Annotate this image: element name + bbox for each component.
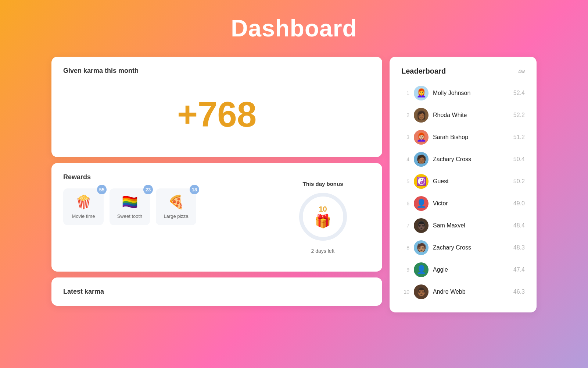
lb-avatar: 👩🏾 <box>414 108 429 123</box>
lb-rank: 8 <box>401 245 409 251</box>
karma-value: +768 <box>63 82 370 147</box>
reward-emoji: 🍿 <box>71 194 96 210</box>
leaderboard-row[interactable]: 2 👩🏾 Rhoda White 52.2 <box>401 105 525 125</box>
lb-rank: 2 <box>401 112 409 118</box>
rewards-items: 55 🍿 Movie time 23 🏳️‍🌈 Sweet tooth 18 🍕… <box>63 188 275 225</box>
reward-badge: 23 <box>143 185 153 194</box>
lb-avatar: 👨🏿 <box>414 218 429 233</box>
lb-score: 48.3 <box>513 244 525 251</box>
leaderboard-row[interactable]: 1 👩‍🦰 Molly Johnson 52.4 <box>401 83 525 103</box>
reward-item[interactable]: 23 🏳️‍🌈 Sweet tooth <box>110 188 150 225</box>
page-title: Dashboard <box>231 15 357 42</box>
left-panel: Given karma this month +768 Rewards 55 🍿… <box>51 57 382 312</box>
leaderboard-row[interactable]: 7 👨🏿 Sam Maxvel 48.4 <box>401 215 525 236</box>
lb-rank: 6 <box>401 201 409 206</box>
karma-card: Given karma this month +768 <box>51 57 382 157</box>
lb-avatar: ☯️ <box>414 174 429 189</box>
lb-score: 51.2 <box>513 134 525 141</box>
leaderboard-row[interactable]: 5 ☯️ Guest 50.2 <box>401 171 525 192</box>
reward-emoji: 🏳️‍🌈 <box>117 194 143 210</box>
rewards-section: Rewards 55 🍿 Movie time 23 🏳️‍🌈 Sweet to… <box>63 173 370 261</box>
reward-item[interactable]: 55 🍿 Movie time <box>63 188 104 225</box>
bonus-chest-icon: 🎁 <box>315 213 331 229</box>
main-content: Given karma this month +768 Rewards 55 🍿… <box>51 57 537 312</box>
reward-label: Movie time <box>72 213 95 219</box>
lb-name: Molly Johnson <box>433 90 509 96</box>
latest-karma-card: Latest karma <box>51 277 382 306</box>
reward-label: Sweet tooth <box>117 213 143 219</box>
lb-score: 50.4 <box>513 156 525 163</box>
lb-name: Sam Maxvel <box>433 222 509 229</box>
lb-avatar: 👤 <box>414 262 429 277</box>
lb-name: Guest <box>433 178 509 185</box>
leaderboard-row[interactable]: 6 👤 Victor 49.0 <box>401 193 525 214</box>
lb-score: 47.4 <box>513 266 525 273</box>
leaderboard-list: 1 👩‍🦰 Molly Johnson 52.4 2 👩🏾 Rhoda Whit… <box>401 83 525 302</box>
leaderboard-title: Leaderboard <box>401 67 446 75</box>
bonus-section: This day bonus 10 🎁 2 days left <box>275 173 370 261</box>
leaderboard-period: 4w <box>518 68 525 74</box>
lb-avatar: 👩‍🦰 <box>414 86 429 100</box>
bonus-title: This day bonus <box>302 181 343 187</box>
leaderboard-header: Leaderboard 4w <box>401 67 525 75</box>
lb-score: 48.4 <box>513 222 525 229</box>
lb-avatar: 👩🏼‍🦰 <box>414 130 429 145</box>
reward-badge: 55 <box>97 185 107 194</box>
rewards-section-title: Rewards <box>63 173 275 181</box>
leaderboard-row[interactable]: 9 👤 Aggie 47.4 <box>401 259 525 280</box>
lb-rank: 7 <box>401 223 409 229</box>
lb-name: Rhoda White <box>433 112 509 118</box>
leaderboard-row[interactable]: 4 🧑🏾 Zachary Cross 50.4 <box>401 149 525 170</box>
karma-section-title: Given karma this month <box>63 67 370 75</box>
latest-karma-title: Latest karma <box>63 288 370 296</box>
lb-score: 50.2 <box>513 178 525 185</box>
lb-name: Victor <box>433 200 509 207</box>
reward-label: Large pizza <box>164 213 188 219</box>
lb-avatar: 🧑🏾 <box>414 152 429 167</box>
lb-score: 49.0 <box>513 200 525 207</box>
lb-score: 46.3 <box>513 289 525 295</box>
bonus-circle: 10 🎁 <box>299 193 347 241</box>
lb-name: Andre Webb <box>433 289 509 295</box>
lb-score: 52.2 <box>513 112 525 118</box>
leaderboard-row[interactable]: 10 👨🏾 Andre Webb 46.3 <box>401 282 525 302</box>
reward-badge: 18 <box>190 185 199 194</box>
lb-score: 52.4 <box>513 90 525 96</box>
leaderboard-panel: Leaderboard 4w 1 👩‍🦰 Molly Johnson 52.4 … <box>390 57 537 312</box>
lb-rank: 1 <box>401 90 409 96</box>
bonus-amount: 10 <box>319 205 327 213</box>
reward-item[interactable]: 18 🍕 Large pizza <box>156 188 196 225</box>
reward-emoji: 🍕 <box>163 194 189 210</box>
lb-rank: 3 <box>401 134 409 140</box>
lb-name: Aggie <box>433 266 509 273</box>
lb-avatar: 👤 <box>414 196 429 211</box>
lb-name: Sarah Bishop <box>433 134 509 141</box>
leaderboard-row[interactable]: 8 🧑🏽 Zachary Cross 48.3 <box>401 237 525 258</box>
rewards-left: Rewards 55 🍿 Movie time 23 🏳️‍🌈 Sweet to… <box>63 173 275 261</box>
lb-name: Zachary Cross <box>433 156 509 163</box>
lb-rank: 4 <box>401 156 409 162</box>
lb-rank: 9 <box>401 267 409 273</box>
leaderboard-row[interactable]: 3 👩🏼‍🦰 Sarah Bishop 51.2 <box>401 127 525 148</box>
lb-avatar: 🧑🏽 <box>414 240 429 255</box>
lb-rank: 10 <box>401 289 409 295</box>
lb-name: Zachary Cross <box>433 244 509 251</box>
lb-rank: 5 <box>401 178 409 184</box>
rewards-card: Rewards 55 🍿 Movie time 23 🏳️‍🌈 Sweet to… <box>51 163 382 272</box>
bonus-days-left: 2 days left <box>311 248 335 254</box>
lb-avatar: 👨🏾 <box>414 284 429 299</box>
